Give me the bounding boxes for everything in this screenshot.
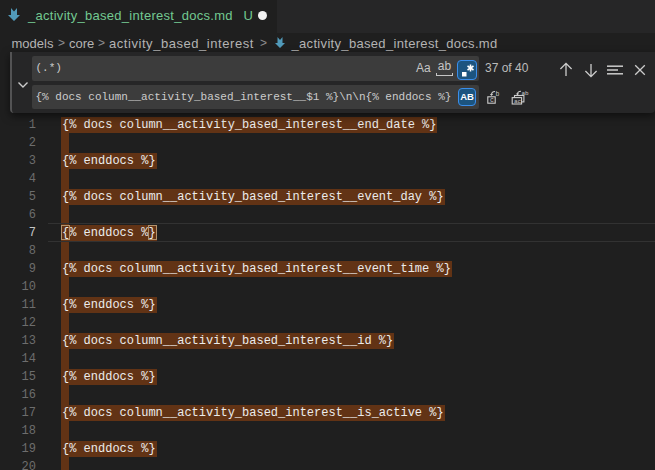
svg-text:c: c [490,97,494,104]
svg-text:b: b [496,91,500,98]
svg-text:ac: ac [514,98,522,105]
